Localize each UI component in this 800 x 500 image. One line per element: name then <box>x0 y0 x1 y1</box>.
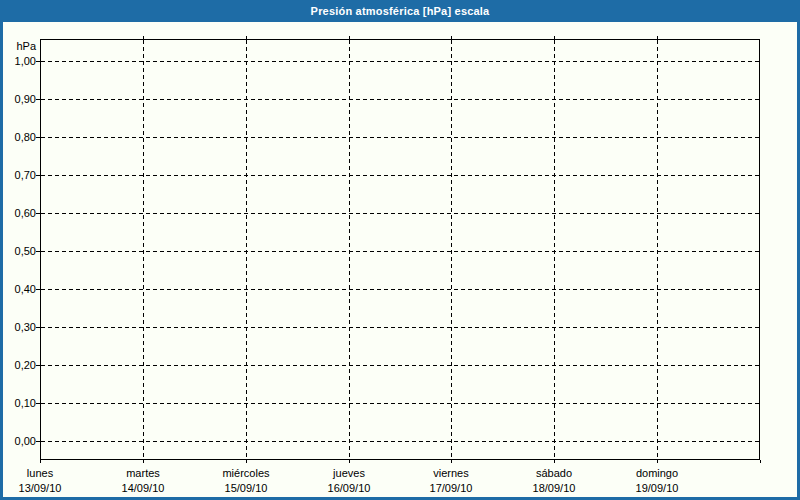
day-date: 15/09/10 <box>198 481 294 496</box>
vertical-gridline <box>657 40 658 459</box>
x-axis-day-label: viernes 17/09/10 <box>403 466 499 496</box>
vertical-gridline <box>451 40 452 459</box>
y-axis-tick-label: 0,70 <box>3 168 36 182</box>
day-date: 18/09/10 <box>506 481 602 496</box>
plot-area <box>40 39 760 460</box>
y-axis-tick-label: 0,10 <box>3 396 36 410</box>
horizontal-gridline <box>41 403 759 404</box>
x-axis-tick <box>760 460 761 463</box>
x-axis-day-label: lunes 13/09/10 <box>0 466 88 496</box>
horizontal-gridline <box>41 327 759 328</box>
x-axis-tick <box>40 460 41 463</box>
horizontal-gridline <box>41 99 759 100</box>
x-axis-tick <box>554 460 555 463</box>
title-bar: Presión atmosférica [hPa] escala <box>0 0 800 22</box>
chart-frame: hPa 1,00 0,90 0,80 0,70 0,60 0,50 0,40 0… <box>0 22 800 500</box>
y-axis-tick-label: 0,60 <box>3 206 36 220</box>
y-axis-tick-label: 0,80 <box>3 130 36 144</box>
x-axis-day-label: sábado 18/09/10 <box>506 466 602 496</box>
day-date: 16/09/10 <box>301 481 397 496</box>
x-axis-tick <box>143 460 144 463</box>
vertical-gridline <box>143 40 144 459</box>
day-name: domingo <box>609 466 705 481</box>
day-date: 13/09/10 <box>0 481 88 496</box>
vertical-gridline <box>246 40 247 459</box>
day-date: 19/09/10 <box>609 481 705 496</box>
x-axis-tick <box>451 36 452 39</box>
x-axis-tick <box>657 460 658 463</box>
horizontal-gridline <box>41 175 759 176</box>
horizontal-gridline <box>41 251 759 252</box>
day-name: martes <box>95 466 191 481</box>
horizontal-gridline <box>41 213 759 214</box>
x-axis-tick <box>554 36 555 39</box>
chart-title: Presión atmosférica [hPa] escala <box>311 5 490 17</box>
x-axis-day-label: jueves 16/09/10 <box>301 466 397 496</box>
day-name: sábado <box>506 466 602 481</box>
vertical-gridline <box>349 40 350 459</box>
y-axis-tick-label: 0,50 <box>3 244 36 258</box>
day-date: 14/09/10 <box>95 481 191 496</box>
y-axis-unit-label: hPa <box>3 39 36 53</box>
vertical-gridline <box>554 40 555 459</box>
y-axis-tick-label: 0,40 <box>3 282 36 296</box>
x-axis-tick <box>349 460 350 463</box>
x-axis-day-label: martes 14/09/10 <box>95 466 191 496</box>
y-axis-tick-label: 0,00 <box>3 434 36 448</box>
x-axis-tick <box>246 36 247 39</box>
day-name: viernes <box>403 466 499 481</box>
y-axis-tick-label: 0,90 <box>3 92 36 106</box>
horizontal-gridline <box>41 289 759 290</box>
day-date: 17/09/10 <box>403 481 499 496</box>
x-axis-day-label: domingo 19/09/10 <box>609 466 705 496</box>
horizontal-gridline <box>41 137 759 138</box>
x-axis-tick <box>657 36 658 39</box>
day-name: lunes <box>0 466 88 481</box>
y-axis-tick-label: 1,00 <box>3 54 36 68</box>
y-axis-tick-label: 0,20 <box>3 358 36 372</box>
x-axis-day-label: miércoles 15/09/10 <box>198 466 294 496</box>
horizontal-gridline <box>41 365 759 366</box>
x-axis-tick <box>349 36 350 39</box>
horizontal-gridline <box>41 61 759 62</box>
day-name: jueves <box>301 466 397 481</box>
x-axis-tick <box>246 460 247 463</box>
y-axis-tick-label: 0,30 <box>3 320 36 334</box>
x-axis-tick <box>143 36 144 39</box>
day-name: miércoles <box>198 466 294 481</box>
horizontal-gridline <box>41 441 759 442</box>
x-axis-tick <box>451 460 452 463</box>
